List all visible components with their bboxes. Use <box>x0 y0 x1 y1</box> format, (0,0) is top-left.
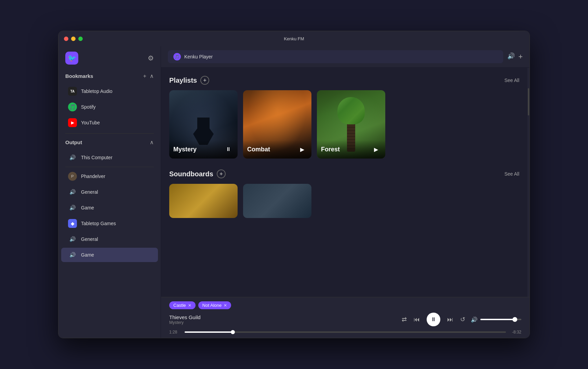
progress-fill <box>185 331 233 333</box>
collapse-output-icon[interactable]: ∧ <box>150 139 154 146</box>
progress-bar[interactable] <box>185 331 506 333</box>
sidebar-item-youtube[interactable]: ▶ YouTube ··· <box>61 115 158 130</box>
sidebar-item-label: Phandelver <box>81 174 151 179</box>
shuffle-button[interactable]: ⇄ <box>402 316 407 323</box>
main-content: 🎵 Kenku Player 🔊 + Playlists <box>161 46 530 338</box>
sidebar: 🐦 ⚙ Bookmarks + ∧ TA Tabletop Audio ··· … <box>58 46 161 338</box>
sidebar-item-phandelver[interactable]: P Phandelver <box>61 169 158 183</box>
sidebar-item-label: Game <box>81 205 151 210</box>
maximize-button[interactable] <box>78 37 83 41</box>
sidebar-item-general1[interactable]: 🔊 General <box>61 185 158 199</box>
playlists-heading: Playlists + <box>169 76 209 85</box>
volume-icon[interactable]: 🔊 <box>507 52 515 61</box>
bookmarks-label: Bookmarks <box>65 73 93 79</box>
speaker-icon: 🔊 <box>68 153 77 162</box>
volume-thumb <box>512 317 517 322</box>
controls-center: ⇄ ⏮ ⏸ ⏭ ↺ <box>402 313 465 326</box>
playlist-card-forest[interactable]: Forest ▶ <box>317 90 385 159</box>
tag-not-alone-close[interactable]: ✕ <box>224 303 227 308</box>
bookmarks-actions: + ∧ <box>143 73 154 79</box>
playlists-grid: Mystery ⏸ <box>169 90 519 159</box>
playlists-title: Playlists <box>169 77 197 84</box>
time-current: 1:28 <box>169 330 181 334</box>
prev-button[interactable]: ⏮ <box>414 316 420 323</box>
mystery-play-button[interactable]: ⏸ <box>223 144 233 154</box>
soundboards-header-row: Soundboards + See All <box>169 169 519 178</box>
output-actions: ∧ <box>150 139 154 146</box>
youtube-icon: ▶ <box>68 118 77 127</box>
output-divider <box>65 167 154 167</box>
playlists-header-row: Playlists + See All <box>169 76 519 85</box>
add-bookmark-icon[interactable]: + <box>143 73 146 79</box>
titlebar: Kenku FM <box>58 31 530 46</box>
volume-control: 🔊 <box>471 316 521 323</box>
sidebar-item-label: This Computer <box>81 155 151 160</box>
soundboards-heading: Soundboards + <box>169 169 226 178</box>
tabletop-audio-icon: TA <box>68 87 77 96</box>
next-button[interactable]: ⏭ <box>447 316 453 323</box>
discord-icon: ◆ <box>68 219 77 228</box>
volume-slider[interactable] <box>480 319 521 320</box>
sidebar-item-spotify[interactable]: 🎵 Spotify ··· <box>61 100 158 114</box>
player-selector[interactable]: 🎵 Kenku Player <box>168 50 503 63</box>
player-tag-castle[interactable]: Castle ✕ <box>169 301 196 309</box>
app-logo: 🐦 <box>65 52 78 65</box>
player-track-name: Thieves Guild <box>169 314 396 320</box>
player-controls: Thieves Guild Mystery ⇄ ⏮ ⏸ ⏭ ↺ 🔊 <box>169 313 521 326</box>
playlist-card-combat[interactable]: Combat ▶ <box>243 90 311 159</box>
player-name: Kenku Player <box>184 54 213 59</box>
player-dot: 🎵 <box>173 53 181 60</box>
soundboard-card-1[interactable] <box>169 184 238 218</box>
sidebar-item-this-computer[interactable]: 🔊 This Computer <box>61 150 158 165</box>
soundboards-see-all[interactable]: See All <box>504 171 519 177</box>
card-title-forest: Forest <box>321 146 340 153</box>
tag-castle-close[interactable]: ✕ <box>188 303 191 308</box>
playlist-card-mystery[interactable]: Mystery ⏸ <box>169 90 238 159</box>
add-playlist-button[interactable]: + <box>200 76 209 85</box>
scrollbar[interactable] <box>527 68 530 297</box>
close-button[interactable] <box>64 37 68 41</box>
player-tags: Castle ✕ Not Alone ✕ <box>169 301 521 309</box>
minimize-button[interactable] <box>71 37 76 41</box>
scrollbar-thumb <box>528 88 529 115</box>
sidebar-item-label: Tabletop Games <box>81 221 151 226</box>
player-bar: Castle ✕ Not Alone ✕ Thieves Guild Myste… <box>161 297 530 338</box>
window-title: Kenku FM <box>284 36 304 41</box>
playlists-section: Playlists + See All <box>169 76 519 159</box>
soundboard-card-2[interactable] <box>243 184 311 218</box>
sidebar-item-label: Spotify <box>81 104 147 110</box>
progress-bar-container: 1:28 -8:32 <box>169 330 521 334</box>
player-playlist-name: Mystery <box>169 320 396 325</box>
card-overlay-forest: Forest ▶ <box>317 140 385 159</box>
player-tag-not-alone[interactable]: Not Alone ✕ <box>198 301 231 309</box>
spotify-icon: 🎵 <box>68 102 77 111</box>
speaker-icon: 🔊 <box>68 250 77 259</box>
add-player-icon[interactable]: + <box>518 52 523 61</box>
forest-play-button[interactable]: ▶ <box>371 144 381 154</box>
tag-castle-label: Castle <box>173 303 186 308</box>
sidebar-item-general2[interactable]: 🔊 General <box>61 232 158 246</box>
card-overlay-combat: Combat ▶ <box>243 140 311 159</box>
volume-icon[interactable]: 🔊 <box>471 316 478 323</box>
settings-icon[interactable]: ⚙ <box>148 54 154 62</box>
time-remaining: -8:32 <box>509 330 521 334</box>
sidebar-item-tabletop-games[interactable]: ◆ Tabletop Games <box>61 216 158 231</box>
add-soundboard-button[interactable]: + <box>217 169 226 178</box>
app-body: 🐦 ⚙ Bookmarks + ∧ TA Tabletop Audio ··· … <box>58 46 530 338</box>
sidebar-item-game2[interactable]: 🔊 Game <box>61 248 158 262</box>
repeat-button[interactable]: ↺ <box>460 316 465 323</box>
sidebar-item-label: General <box>81 189 151 195</box>
sidebar-item-tabletop-audio[interactable]: TA Tabletop Audio ··· <box>61 84 158 98</box>
card-title-combat: Combat <box>247 146 270 153</box>
sidebar-item-game1[interactable]: 🔊 Game <box>61 201 158 215</box>
combat-play-button[interactable]: ▶ <box>297 144 307 154</box>
play-pause-button[interactable]: ⏸ <box>427 313 440 326</box>
collapse-bookmarks-icon[interactable]: ∧ <box>150 73 154 79</box>
speaker-icon: 🔊 <box>68 188 77 196</box>
top-bar-actions: 🔊 + <box>507 52 523 61</box>
playlists-see-all[interactable]: See All <box>504 78 519 83</box>
soundboards-title: Soundboards <box>169 170 213 178</box>
sidebar-item-label: Game <box>81 252 151 258</box>
sidebar-item-label: General <box>81 236 151 242</box>
app-window: Kenku FM 🐦 ⚙ Bookmarks + ∧ TA Tableto <box>58 31 530 338</box>
